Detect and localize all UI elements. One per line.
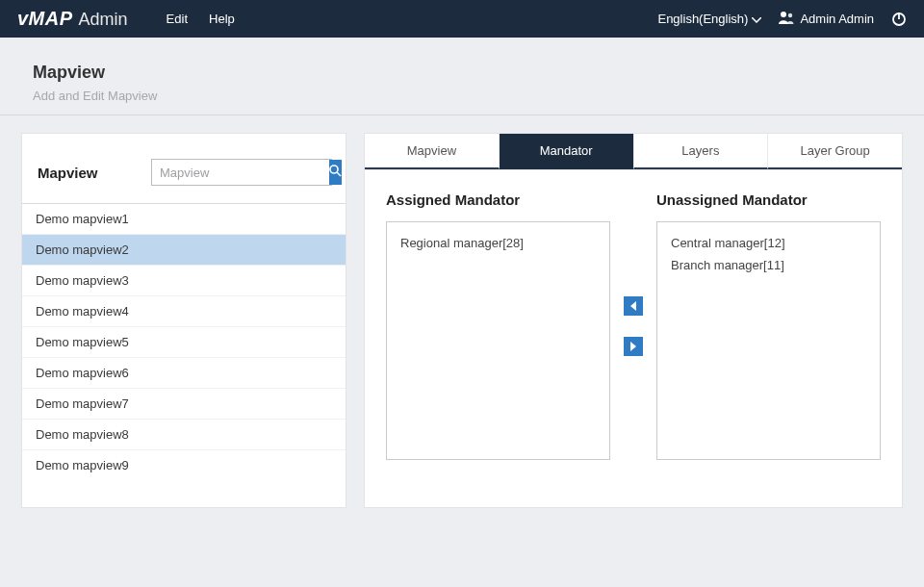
triangle-left-icon <box>629 301 637 311</box>
tab-mandator[interactable]: Mandator <box>499 134 633 169</box>
list-item[interactable]: Demo mapview4 <box>22 296 346 327</box>
unassigned-list[interactable]: Central manager[12]Branch manager[11] <box>656 221 881 460</box>
tab-layers[interactable]: Layers <box>633 134 768 169</box>
menu-help[interactable]: Help <box>209 12 235 26</box>
triangle-right-icon <box>629 342 637 351</box>
topbar-right: English(English) Admin Admin <box>657 11 907 27</box>
user-menu[interactable]: Admin Admin <box>779 11 874 27</box>
brand: vMAP Admin <box>17 8 128 30</box>
unassigned-title: Unassigned Mandator <box>656 191 881 208</box>
tabs: MapviewMandatorLayersLayer Group <box>364 133 903 169</box>
mapview-list-panel: Mapview Demo mapview1Demo mapview2Demo m… <box>21 133 346 508</box>
assigned-item[interactable]: Regional manager[28] <box>400 232 596 254</box>
list-item[interactable]: Demo mapview6 <box>22 358 346 389</box>
mapview-list-title: Mapview <box>38 165 98 181</box>
language-selector[interactable]: English(English) <box>657 12 761 26</box>
menu-edit[interactable]: Edit <box>167 12 188 26</box>
tab-layer-group[interactable]: Layer Group <box>767 134 902 169</box>
page-subtitle: Add and Edit Mapview <box>33 89 891 103</box>
main-menu: Edit Help <box>167 12 235 26</box>
search-button[interactable] <box>329 160 342 185</box>
assigned-title: Assigned Mandator <box>386 191 610 208</box>
list-item[interactable]: Demo mapview8 <box>22 420 346 450</box>
search-icon <box>329 164 342 181</box>
assigned-list[interactable]: Regional manager[28] <box>386 221 610 460</box>
tab-mapview[interactable]: Mapview <box>365 134 499 169</box>
brand-suffix: Admin <box>79 10 128 30</box>
search-input[interactable] <box>152 166 329 180</box>
transfer-controls <box>624 191 643 460</box>
power-icon[interactable] <box>891 12 907 27</box>
unassigned-item[interactable]: Branch manager[11] <box>671 254 866 276</box>
page-header: Mapview Add and Edit Mapview <box>0 38 924 115</box>
list-item[interactable]: Demo mapview7 <box>22 389 346 420</box>
list-item[interactable]: Demo mapview2 <box>22 235 346 266</box>
tab-content-mandator: Assigned Mandator Regional manager[28] U… <box>364 169 903 508</box>
page-title: Mapview <box>33 63 891 83</box>
svg-point-0 <box>781 12 786 17</box>
brand-logo: vMAP <box>17 8 73 30</box>
list-item[interactable]: Demo mapview3 <box>22 266 346 296</box>
detail-panel: MapviewMandatorLayersLayer Group Assigne… <box>364 133 903 508</box>
unassigned-item[interactable]: Central manager[12] <box>671 232 866 254</box>
list-item[interactable]: Demo mapview1 <box>22 204 346 235</box>
user-name: Admin Admin <box>800 12 874 26</box>
svg-point-4 <box>330 166 338 173</box>
user-icon <box>779 11 794 27</box>
move-right-button[interactable] <box>624 337 643 356</box>
svg-line-5 <box>337 172 341 176</box>
chevron-down-icon <box>752 12 761 26</box>
top-bar: vMAP Admin Edit Help English(English) Ad… <box>0 0 924 38</box>
list-item[interactable]: Demo mapview9 <box>22 450 346 480</box>
language-label: English(English) <box>657 12 748 26</box>
move-left-button[interactable] <box>624 296 643 316</box>
mapview-list: Demo mapview1Demo mapview2Demo mapview3D… <box>22 204 346 480</box>
list-item[interactable]: Demo mapview5 <box>22 327 346 358</box>
svg-point-1 <box>788 13 792 17</box>
search-wrap <box>151 159 332 186</box>
